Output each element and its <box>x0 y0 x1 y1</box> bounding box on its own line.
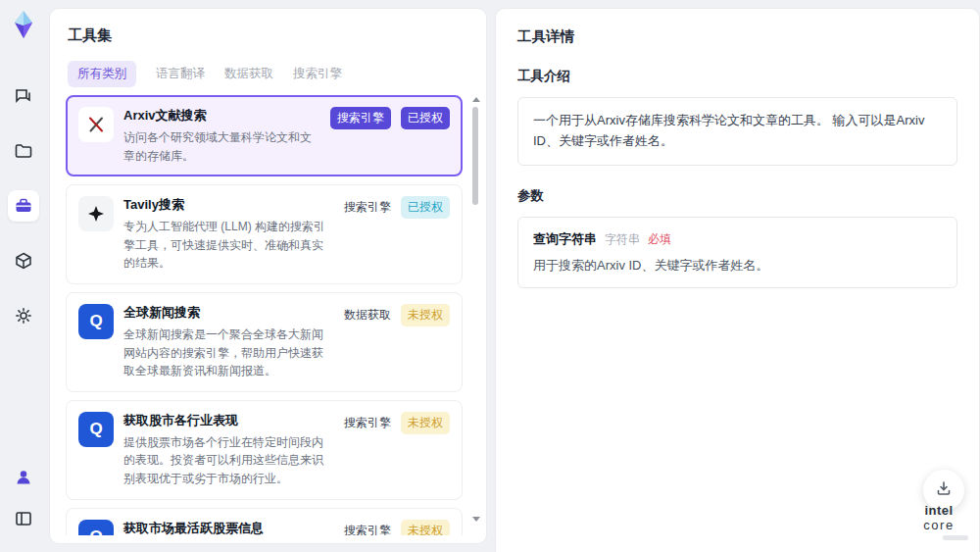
parameter-description: 用于搜索的Arxiv ID、关键字或作者姓名。 <box>533 257 942 275</box>
chat-icon <box>14 86 33 106</box>
toolset-panel: 工具集 所有类别 语言翻译 数据获取 搜索引擎 Arxiv文献搜索 访问各个研究… <box>49 8 487 544</box>
tab-data-acquisition[interactable]: 数据获取 <box>224 61 273 87</box>
tool-name: 获取市场最活跃股票信息 <box>123 520 328 535</box>
tool-list-item-arxiv[interactable]: Arxiv文献搜索 访问各个研究领域大量科学论文和文章的存储库。 搜索引擎 已授… <box>66 95 463 176</box>
intel-logo-subtext <box>943 535 968 540</box>
category-badge: 搜索引擎 <box>344 520 391 535</box>
parameter-name: 查询字符串 <box>533 230 597 248</box>
parameter-card: 查询字符串 字符串 必填 用于搜索的Arxiv ID、关键字或作者姓名。 <box>517 217 957 288</box>
tab-search-engine[interactable]: 搜索引擎 <box>293 61 342 87</box>
params-heading: 参数 <box>517 187 957 205</box>
list-scrollbar[interactable] <box>470 97 480 522</box>
parameter-type: 字符串 <box>605 231 640 248</box>
tool-description: 专为人工智能代理 (LLM) 构建的搜索引擎工具，可快速提供实时、准确和真实的结… <box>123 218 328 273</box>
sidebar-item-collapse[interactable] <box>8 503 39 534</box>
intro-box: 一个用于从Arxiv存储库搜索科学论文和文章的工具。 输入可以是Arxiv ID… <box>517 97 957 166</box>
tool-list-item-most-active-stocks[interactable]: Q 获取市场最活跃股票信息 提供当天交易量最高的股票列表，投资者可以利用这些信息… <box>66 508 463 535</box>
intel-brand-text: intel <box>924 503 953 518</box>
category-badge: 数据获取 <box>344 304 391 326</box>
download-icon <box>935 479 953 501</box>
tab-all-categories[interactable]: 所有类别 <box>68 61 136 87</box>
scrollbar-thumb[interactable] <box>472 107 478 205</box>
tavily-star-icon <box>78 196 114 231</box>
tool-list: Arxiv文献搜索 访问各个研究领域大量科学论文和文章的存储库。 搜索引擎 已授… <box>66 95 463 535</box>
tool-list-item-sector-performance[interactable]: Q 获取股市各行业表现 提供股票市场各个行业在特定时间段内的表现。投资者可以利用… <box>66 400 463 500</box>
auth-status-badge: 已授权 <box>401 107 450 129</box>
app-sidebar <box>0 0 47 552</box>
tool-description: 访问各个研究领域大量科学论文和文章的存储库。 <box>123 128 315 165</box>
blue-q-logo-icon: Q <box>78 412 114 447</box>
core-brand-text: core <box>923 518 954 532</box>
details-title: 工具详情 <box>517 27 957 46</box>
intro-text: 一个用于从Arxiv存储库搜索科学论文和文章的工具。 输入可以是Arxiv ID… <box>533 113 924 148</box>
sidebar-item-settings[interactable] <box>8 300 39 331</box>
arxiv-logo-icon <box>78 107 114 142</box>
category-badge: 搜索引擎 <box>344 412 391 434</box>
tool-name: 全球新闻搜索 <box>123 304 328 322</box>
tab-language-translation[interactable]: 语言翻译 <box>156 61 205 87</box>
app-logo-icon <box>9 10 38 39</box>
tool-name: 获取股市各行业表现 <box>123 412 328 429</box>
category-badge: 搜索引擎 <box>330 107 391 129</box>
tool-name: Tavily搜索 <box>123 196 328 214</box>
tool-details-panel: 工具详情 工具介绍 一个用于从Arxiv存储库搜索科学论文和文章的工具。 输入可… <box>495 8 980 552</box>
intel-core-logo: intel core <box>909 503 968 540</box>
sidebar-item-files[interactable] <box>8 135 39 167</box>
gear-icon <box>14 306 33 326</box>
tool-list-item-tavily[interactable]: Tavily搜索 专为人工智能代理 (LLM) 构建的搜索引擎工具，可快速提供实… <box>66 184 463 284</box>
parameter-required-flag: 必填 <box>648 231 671 248</box>
tool-description: 全球新闻搜索是一个聚合全球各大新闻网站内容的搜索引擎，帮助用户快速获取全球最新资… <box>123 326 328 380</box>
tool-list-item-global-news[interactable]: Q 全球新闻搜索 全球新闻搜索是一个聚合全球各大新闻网站内容的搜索引擎，帮助用户… <box>66 292 463 392</box>
auth-status-badge: 未授权 <box>401 412 450 434</box>
panel-toggle-icon <box>14 509 33 528</box>
scrollbar-up-arrow[interactable] <box>472 97 480 102</box>
category-badge: 搜索引擎 <box>344 196 391 219</box>
scrollbar-down-arrow[interactable] <box>472 517 480 522</box>
sidebar-item-chat[interactable] <box>8 80 39 112</box>
sidebar-item-account[interactable] <box>8 462 39 493</box>
sidebar-item-packages[interactable] <box>8 245 39 276</box>
toolset-title: 工具集 <box>50 9 486 45</box>
folder-icon <box>14 141 33 161</box>
cube-icon <box>14 251 33 271</box>
user-icon <box>14 468 33 487</box>
auth-status-badge: 已授权 <box>401 196 450 219</box>
briefcase-icon <box>14 196 33 216</box>
category-tabs: 所有类别 语言翻译 数据获取 搜索引擎 <box>50 45 486 87</box>
blue-q-logo-icon: Q <box>78 520 114 535</box>
sidebar-item-toolset[interactable] <box>8 190 39 222</box>
tool-name: Arxiv文献搜索 <box>123 107 315 125</box>
intro-heading: 工具介绍 <box>517 68 957 85</box>
blue-q-logo-icon: Q <box>78 304 114 339</box>
auth-status-badge: 未授权 <box>401 520 450 535</box>
tool-description: 提供股票市场各个行业在特定时间段内的表现。投资者可以利用这些信息来识别表现优于或… <box>123 433 328 488</box>
auth-status-badge: 未授权 <box>401 304 450 326</box>
